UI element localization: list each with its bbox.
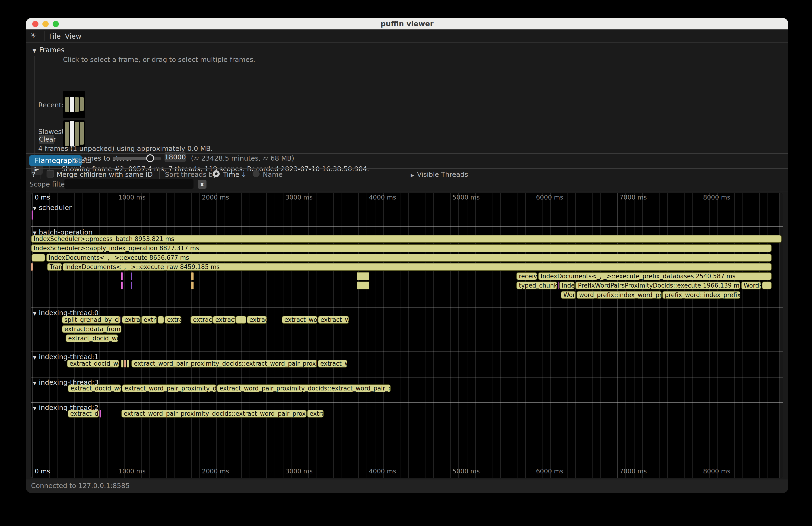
timeline-axis-line <box>31 202 779 202</box>
visible-threads-toggle[interactable]: ▶Visible Threads <box>411 171 468 178</box>
frame-bar[interactable] <box>80 97 84 111</box>
slowest-frames-thumbnail[interactable] <box>63 120 85 147</box>
frame-bar[interactable] <box>65 122 69 146</box>
tick-label: 1000 ms <box>118 194 146 201</box>
scope-filter-input[interactable] <box>64 179 193 189</box>
scope-bar[interactable]: extract_ <box>190 316 213 324</box>
frame-bar[interactable] <box>80 122 84 145</box>
menu-file[interactable]: File <box>49 32 61 40</box>
scope-bar[interactable]: typed_chunk::w <box>516 281 557 289</box>
scope-sliver[interactable] <box>357 272 369 280</box>
scope-bar[interactable]: extract_ <box>213 316 236 324</box>
scope-sliver[interactable] <box>31 263 33 271</box>
tick-label: 3000 ms <box>285 194 313 201</box>
scope-sliver[interactable] <box>558 281 559 289</box>
thread-header-indexing-thread-2[interactable]: ▼indexing-thread:2 <box>33 404 99 411</box>
frames-panel: ▼Frames Click to select a frame, or drag… <box>26 43 788 153</box>
sort-time-label: Time <box>223 171 240 178</box>
scope-bar[interactable]: extra <box>141 316 157 324</box>
frames-section-header[interactable]: ▼Frames <box>32 46 64 54</box>
tab-stats[interactable]: Stats <box>68 155 97 166</box>
sort-descending-icon[interactable]: ↓ <box>241 171 247 178</box>
thread-header-indexing-thread-3[interactable]: ▼indexing-thread:3 <box>33 378 99 386</box>
scope-bar[interactable]: extract_word_pair_proximity_docids::extr… <box>217 384 391 392</box>
collapse-triangle-icon: ▼ <box>32 48 37 54</box>
scope-sliver[interactable] <box>357 281 369 289</box>
clear-filter-button[interactable]: x <box>198 180 206 189</box>
frame-bar-selected[interactable] <box>70 97 74 112</box>
scope-bar[interactable]: extract <box>122 316 141 324</box>
scope-filter-row: Scope filter: x <box>26 178 788 190</box>
scope-bar[interactable]: extract_docid_word <box>66 334 118 342</box>
merge-children-checkbox[interactable] <box>47 170 54 177</box>
flamegraph-canvas[interactable]: 0 ms0 ms1000 ms1000 ms2000 ms2000 ms3000… <box>31 193 783 478</box>
thread-header-indexing-thread-1[interactable]: ▼indexing-thread:1 <box>33 353 99 361</box>
scope-bar[interactable]: extract_wo <box>318 316 349 324</box>
scope-bar[interactable]: IndexScheduler>::apply_index_operation 8… <box>31 244 772 252</box>
scope-bar[interactable]: receive_typed_ <box>516 272 537 280</box>
frame-bar-selected[interactable] <box>70 121 74 146</box>
scope-bar[interactable]: extrac <box>164 316 182 324</box>
frame-bar[interactable] <box>65 97 69 112</box>
menu-view[interactable]: View <box>65 32 81 40</box>
frame-bar[interactable] <box>75 97 79 112</box>
scope-sliver[interactable] <box>99 410 101 418</box>
sort-name-radio[interactable] <box>252 170 260 177</box>
scope-bar[interactable]: prefix_word::index_prefix_wo <box>662 291 740 299</box>
scope-sliver[interactable] <box>124 360 126 367</box>
merge-children-label: Merge children with same ID <box>57 171 153 178</box>
scope-sliver[interactable] <box>31 210 33 220</box>
scope-sliver[interactable] <box>131 272 132 280</box>
scope-bar[interactable]: split_grenad_by_chun <box>62 316 120 324</box>
sort-time-radio[interactable] <box>213 170 220 177</box>
thread-header-scheduler[interactable]: ▼scheduler <box>33 204 72 211</box>
thread-header-batch-operation[interactable]: ▼batch-operation <box>33 228 93 236</box>
scope-bar[interactable]: Trans <box>47 263 62 271</box>
thread-header-indexing-thread-0[interactable]: ▼indexing-thread:0 <box>33 309 99 317</box>
scope-bar[interactable]: extract_word_pair_proximity_docids <box>122 384 216 392</box>
scope-sliver[interactable] <box>127 360 129 367</box>
tick-label: 8000 ms <box>703 194 730 201</box>
frames-summary: 4 frames (1 unpacked) using approximatel… <box>38 145 213 152</box>
tick-label: 4000 ms <box>369 468 396 475</box>
scope-bar[interactable] <box>236 316 246 324</box>
thread-separator <box>31 402 783 403</box>
scope-sliver[interactable] <box>191 281 194 289</box>
scope-bar[interactable] <box>158 316 164 324</box>
scope-bar[interactable]: extract_docid_word <box>67 360 119 367</box>
help-button[interactable]: ? <box>32 171 35 178</box>
scope-bar[interactable]: extract::data_from_ob <box>62 325 121 333</box>
scope-sliver[interactable] <box>121 272 123 280</box>
scope-sliver[interactable] <box>121 281 123 289</box>
tick-label: 7000 ms <box>620 194 647 201</box>
scope-bar[interactable]: PrefixWordPairsProximityDocids::execute … <box>576 281 740 289</box>
scope-bar[interactable]: extrac <box>307 410 324 418</box>
scope-bar[interactable]: IndexScheduler>::process_batch 8953.821 … <box>31 235 782 243</box>
scope-bar[interactable]: IndexDocuments<_, _>::execute_prefix_dat… <box>538 272 772 280</box>
scope-bar[interactable]: extract_word_pair_proximity_docids::extr… <box>131 360 317 367</box>
theme-toggle-icon[interactable]: ☀ <box>30 31 37 39</box>
scope-bar[interactable]: Word <box>561 291 576 299</box>
scope-sliver[interactable] <box>120 316 121 324</box>
clear-button[interactable]: Clear <box>39 135 54 144</box>
scope-bar[interactable]: IndexDocuments<_, _>::execute_raw 8459.1… <box>62 263 772 271</box>
recent-frames-thumbnail[interactable] <box>63 91 85 118</box>
scope-bar[interactable]: index <box>559 281 575 289</box>
frame-bar[interactable] <box>75 122 79 146</box>
scope-bar[interactable]: extract <box>247 316 267 324</box>
scope-bar[interactable]: extract_wo <box>318 360 347 367</box>
scope-bar[interactable] <box>762 281 772 289</box>
scope-bar[interactable]: extract_word_pair_proximity_docids::extr… <box>121 410 307 418</box>
scope-bar[interactable]: WordPr <box>741 281 761 289</box>
scope-sliver[interactable] <box>121 360 124 367</box>
tick-label: 0 ms <box>35 194 50 201</box>
scope-bar[interactable] <box>31 254 45 262</box>
scope-bar[interactable]: IndexDocuments<_, _>::execute 8656.677 m… <box>46 254 772 262</box>
tick-label: 5000 ms <box>452 468 480 475</box>
title-bar: puffin viewer <box>26 18 788 29</box>
scope-sliver[interactable] <box>131 281 132 289</box>
scope-bar[interactable]: word_prefix::index_word_prefix_ <box>577 291 662 299</box>
scope-sliver[interactable] <box>191 272 194 280</box>
scope-bar[interactable]: extract_word <box>282 316 318 324</box>
tick-label: 6000 ms <box>536 194 563 201</box>
